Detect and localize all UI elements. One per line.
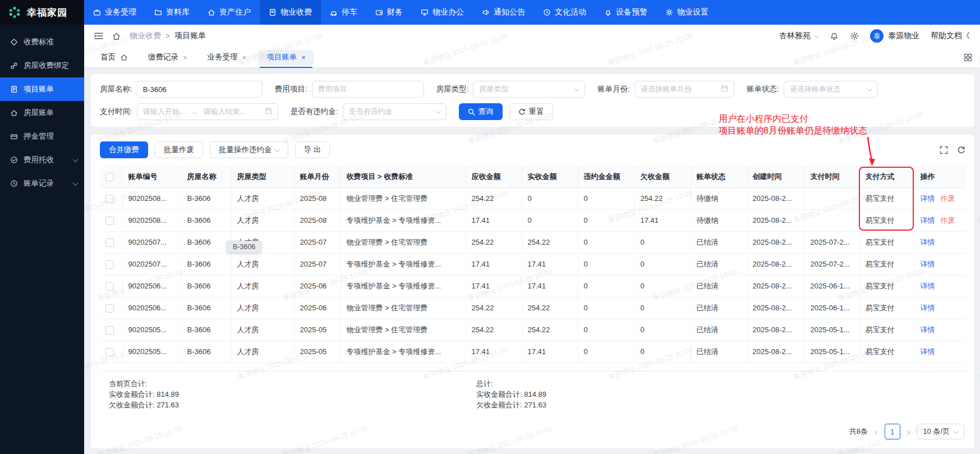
home-icon[interactable]	[112, 32, 121, 40]
fullscreen-icon[interactable]	[940, 146, 948, 154]
row-checkbox[interactable]	[105, 326, 114, 334]
toolbar-button-批量作废[interactable]: 批量作废	[155, 141, 203, 158]
row-checkbox[interactable]	[105, 304, 114, 313]
cell-received: 0	[522, 187, 578, 209]
close-icon[interactable]: ×	[242, 53, 247, 62]
deposit-icon	[10, 132, 18, 140]
megaphone-icon	[482, 8, 490, 16]
cell-fee_item: 专项维护基金 > 专项维修资...	[341, 275, 466, 297]
calendar-icon	[721, 85, 728, 94]
detail-link[interactable]: 详情	[921, 194, 935, 203]
topnav-item-设备预警[interactable]: 设备预警	[595, 0, 656, 25]
sidebar-item-项目账单[interactable]: 项目账单	[0, 77, 84, 101]
detail-link[interactable]: 详情	[921, 304, 935, 312]
row-checkbox[interactable]	[105, 239, 114, 247]
cell-pay_method: 易宝支付	[859, 341, 914, 363]
page-size-select[interactable]: 10 条/页	[917, 424, 964, 439]
sidebar-item-收费标准[interactable]: 收费标准	[0, 30, 84, 54]
row-checkbox[interactable]	[105, 195, 114, 203]
gear-icon[interactable]	[850, 31, 859, 40]
detail-link[interactable]: 详情	[921, 238, 935, 246]
sidebar-item-账单记录[interactable]: 账单记录	[0, 172, 84, 195]
toolbar-button-批量操作违约金[interactable]: 批量操作违约金	[210, 141, 288, 158]
receipt-icon	[269, 8, 277, 16]
void-link[interactable]: 作废	[941, 194, 955, 203]
detail-link[interactable]: 详情	[921, 347, 935, 356]
toolbar-button-合并缴费[interactable]: 合并缴费	[100, 141, 148, 158]
user-menu[interactable]: 泰 泰源物业	[870, 29, 919, 43]
filter-daterange[interactable]: 请输入开始...→请输入结束...	[137, 103, 278, 120]
sidebar-item-费用托收[interactable]: 费用托收	[0, 148, 84, 172]
topnav-item-资产住户[interactable]: 资产住户	[199, 0, 260, 25]
row-checkbox[interactable]	[105, 217, 114, 225]
row-checkbox[interactable]	[105, 348, 114, 356]
help-doc-link[interactable]: 帮助文档《	[931, 31, 970, 41]
filter-input[interactable]: B-3606	[137, 81, 263, 98]
row-checkbox[interactable]	[105, 282, 114, 291]
bell-icon[interactable]	[830, 31, 839, 40]
tab-缴费记录[interactable]: 缴费记录×	[140, 50, 196, 65]
refresh-icon	[518, 108, 526, 116]
topnav-item-label: 业务受理	[105, 7, 136, 17]
topnav-item-资料库[interactable]: 资料库	[145, 0, 199, 25]
community-select[interactable]: 杏林雅苑	[779, 31, 818, 41]
tab-项目账单[interactable]: 项目账单×	[258, 50, 314, 65]
row-checkbox[interactable]	[105, 260, 114, 269]
refresh-icon[interactable]	[957, 146, 965, 154]
filter-select[interactable]: 请选择账单状态	[784, 81, 878, 98]
topnav-item-财务[interactable]: 财务	[366, 0, 412, 25]
filter-select[interactable]: 是否有违约金	[343, 103, 447, 120]
project-bills-page: { "app": { "name": "幸福家园" }, "topnav": {…	[0, 0, 980, 454]
cell-unpaid: 0	[634, 253, 691, 275]
detail-link[interactable]: 详情	[921, 260, 935, 268]
sidebar-item-押金管理[interactable]: 押金管理	[0, 125, 84, 148]
void-link[interactable]: 作废	[941, 216, 955, 224]
reset-button[interactable]: 重置	[509, 103, 553, 120]
filter-input[interactable]: 费用项目	[312, 81, 424, 98]
filter-date[interactable]: 请选择账单月份	[634, 81, 734, 98]
page-number-button[interactable]: 1	[885, 424, 900, 439]
cell-paid_time: 2025-07-2...	[804, 231, 859, 253]
close-icon[interactable]: ×	[183, 53, 187, 62]
detail-link[interactable]: 详情	[921, 325, 935, 334]
topnav-item-物业办公[interactable]: 物业办公	[412, 0, 473, 25]
cell-month: 2025-08	[294, 187, 341, 209]
close-icon[interactable]: ×	[301, 53, 306, 62]
tab-首页[interactable]: 首页	[92, 50, 136, 65]
cell-status: 已结清	[691, 297, 747, 319]
calendar-icon	[265, 107, 272, 116]
topnav-item-通知公告[interactable]: 通知公告	[473, 0, 534, 25]
tab-业务受理[interactable]: 业务受理×	[199, 50, 255, 65]
cell-pay_method: 易宝支付	[859, 231, 914, 253]
cell-actions: 详情	[914, 231, 966, 253]
select-all-checkbox[interactable]	[105, 173, 114, 181]
toolbar-button-导出[interactable]: 导 出	[295, 141, 330, 158]
breadcrumb-parent[interactable]: 物业收费	[130, 31, 161, 41]
detail-link[interactable]: 详情	[921, 282, 935, 290]
cell-fee_item: 物业管理费 > 住宅管理费	[341, 319, 466, 341]
next-page-button[interactable]: ›	[907, 427, 910, 437]
topnav-item-业务受理[interactable]: 业务受理	[84, 0, 145, 25]
cell-actions: 详情	[914, 319, 966, 341]
filter-label: 是否有违约金:	[291, 107, 338, 117]
cell-fee_item: 物业管理费 > 住宅管理费	[341, 187, 466, 209]
tab-layout-grid-icon[interactable]	[964, 53, 972, 62]
topnav-item-物业设置[interactable]: 物业设置	[656, 0, 717, 25]
filter-select[interactable]: 房屋类型	[473, 81, 585, 98]
prev-page-button[interactable]: ‹	[875, 427, 878, 437]
sidebar-item-房屋账单[interactable]: 房屋账单	[0, 101, 84, 125]
search-button[interactable]: 查询	[459, 103, 503, 120]
topnav-item-文化活动[interactable]: 文化活动	[534, 0, 595, 25]
topnav-item-停车[interactable]: 停车	[321, 0, 366, 25]
collapse-menu-icon[interactable]	[94, 32, 103, 40]
search-icon	[468, 108, 475, 116]
cell-checkbox	[100, 253, 122, 275]
sidebar-item-房屋收费绑定[interactable]: 房屋收费绑定	[0, 54, 84, 77]
cell-penalty: 0	[578, 231, 634, 253]
filter-field: 账单月份:请选择账单月份	[597, 81, 734, 98]
topnav-item-物业收费[interactable]: 物业收费	[260, 0, 321, 25]
select-placeholder: 请选择账单状态	[790, 84, 841, 94]
topnav-item-label: 文化活动	[555, 7, 586, 17]
detail-link[interactable]: 详情	[921, 216, 935, 224]
filter-field: 支付时间:请输入开始...→请输入结束...	[100, 103, 278, 120]
